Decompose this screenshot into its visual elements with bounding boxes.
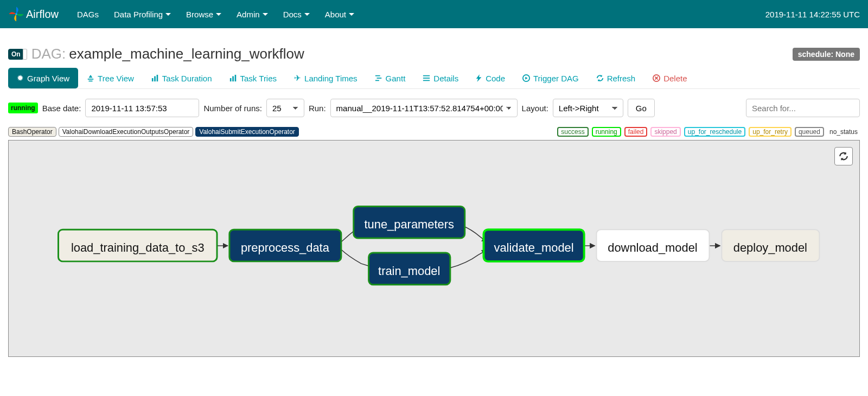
tab-label: Tree View — [98, 74, 134, 83]
bar-chart-icon — [229, 74, 237, 82]
task-label: load_training_data_to_s3 — [71, 241, 205, 254]
bolt-icon — [476, 74, 482, 82]
bar-chart-icon — [151, 74, 159, 82]
gantt-icon — [375, 74, 382, 82]
svg-rect-12 — [423, 80, 430, 81]
plane-icon: ✈ — [294, 73, 301, 83]
svg-rect-8 — [376, 78, 381, 79]
base-date-input[interactable] — [85, 99, 199, 117]
task-label: preprocess_data — [241, 241, 330, 254]
svg-rect-4 — [229, 78, 231, 81]
dag-toggle[interactable]: On — [8, 49, 24, 60]
svg-rect-9 — [375, 80, 379, 81]
state-success[interactable]: success — [557, 127, 588, 137]
nav-browse[interactable]: Browse — [178, 10, 229, 19]
pinwheel-icon — [8, 6, 26, 22]
nav-dags[interactable]: DAGs — [69, 10, 106, 19]
num-runs-select[interactable]: 25 — [266, 99, 304, 117]
clock: 2019-11-11 14:22:55 UTC — [765, 10, 860, 19]
state-up-for-retry[interactable]: up_for_retry — [749, 127, 792, 137]
svg-rect-6 — [234, 75, 236, 81]
svg-point-0 — [15, 13, 17, 15]
nav-admin[interactable]: Admin — [229, 10, 276, 19]
tree-icon — [87, 74, 94, 82]
svg-rect-11 — [423, 78, 430, 79]
tab-label: Trigger DAG — [533, 74, 579, 83]
chevron-down-icon — [165, 13, 171, 16]
list-icon — [423, 74, 430, 82]
tab-label: Task Tries — [240, 74, 277, 83]
task-node-validate-model[interactable]: validate_model — [484, 229, 584, 261]
num-runs-label: Number of runs: — [203, 104, 262, 113]
nav-about[interactable]: About — [317, 10, 362, 19]
tabs: ✹ Graph View Tree View Task Duration Tas… — [8, 68, 860, 89]
tab-task-duration[interactable]: Task Duration — [143, 68, 221, 88]
nav-label: About — [325, 10, 346, 19]
tab-tree-view[interactable]: Tree View — [78, 68, 143, 88]
toggle-handle[interactable] — [23, 49, 27, 60]
tab-label: Gantt — [386, 74, 406, 83]
run-label: Run: — [309, 104, 326, 113]
task-node-load-training-data-to-s3[interactable]: load_training_data_to_s3 — [58, 229, 217, 261]
dag-label: DAG: — [31, 46, 66, 62]
operator-submit[interactable]: ValohaiSubmitExecutionOperator — [195, 127, 299, 137]
chevron-down-icon — [216, 13, 221, 16]
navbar: Airflow DAGs Data Profiling Browse Admin… — [0, 0, 868, 28]
base-date-label: Base date: — [42, 104, 81, 113]
brand[interactable]: Airflow — [8, 6, 59, 22]
nav-docs[interactable]: Docs — [276, 10, 317, 19]
sun-icon: ✹ — [17, 73, 24, 83]
graph-refresh-button[interactable] — [834, 147, 853, 165]
tab-delete[interactable]: Delete — [644, 68, 695, 88]
tab-label: Code — [486, 74, 505, 83]
search-input[interactable] — [746, 99, 860, 117]
svg-rect-3 — [156, 75, 158, 81]
tab-details[interactable]: Details — [414, 68, 467, 88]
nav-label: DAGs — [77, 10, 99, 19]
nav-label: Browse — [186, 10, 213, 19]
operator-bash[interactable]: BashOperator — [8, 127, 56, 137]
brand-text: Airflow — [26, 8, 59, 21]
state-failed[interactable]: failed — [624, 127, 648, 137]
tab-label: Refresh — [607, 74, 636, 83]
layout-select[interactable]: Left->Right — [553, 99, 623, 117]
graph-canvas[interactable]: load_training_data_to_s3 preprocess_data… — [8, 140, 860, 357]
task-node-deploy-model[interactable]: deploy_model — [722, 229, 819, 261]
svg-rect-2 — [154, 76, 156, 82]
tab-code[interactable]: Code — [467, 68, 514, 88]
tab-refresh[interactable]: Refresh — [588, 68, 644, 88]
svg-rect-5 — [232, 76, 234, 82]
state-skipped[interactable]: skipped — [650, 127, 680, 137]
tab-label: Delete — [663, 74, 687, 83]
task-label: train_model — [378, 264, 440, 278]
tab-label: Task Duration — [162, 74, 212, 83]
run-select[interactable]: manual__2019-11-11T13:57:52.814754+00:00 — [330, 99, 518, 117]
task-node-train-model[interactable]: train_model — [369, 253, 450, 285]
task-label: deploy_model — [733, 241, 807, 254]
nav-label: Docs — [283, 10, 302, 19]
tab-landing-times[interactable]: ✈ Landing Times — [285, 68, 366, 88]
tab-label: Graph View — [27, 74, 69, 83]
go-button[interactable]: Go — [628, 99, 655, 117]
title-row: On DAG: example_machine_learning_workflo… — [8, 46, 860, 62]
state-no-status[interactable]: no_status — [827, 128, 860, 136]
state-running[interactable]: running — [592, 127, 621, 137]
tab-trigger-dag[interactable]: Trigger DAG — [514, 68, 588, 88]
tab-graph-view[interactable]: ✹ Graph View — [8, 68, 78, 88]
filter-row: running Base date: Number of runs: 25 Ru… — [8, 99, 860, 117]
legend-row: BashOperator ValohaiDownloadExecutionOut… — [8, 127, 860, 137]
refresh-icon — [839, 151, 848, 161]
tab-gantt[interactable]: Gantt — [366, 68, 414, 88]
task-node-download-model[interactable]: download_model — [596, 229, 709, 261]
state-up-for-reschedule[interactable]: up_for_reschedule — [684, 127, 745, 137]
chevron-down-icon — [304, 13, 310, 16]
task-node-tune-parameters[interactable]: tune_parameters — [354, 206, 465, 238]
nav-data-profiling[interactable]: Data Profiling — [106, 10, 178, 19]
operator-download[interactable]: ValohaiDownloadExecutionOutputsOperator — [59, 127, 194, 137]
chevron-down-icon — [263, 13, 268, 16]
state-queued[interactable]: queued — [795, 127, 824, 137]
task-node-preprocess-data[interactable]: preprocess_data — [229, 229, 341, 261]
tab-task-tries[interactable]: Task Tries — [221, 68, 286, 88]
state-legend: success running failed skipped up_for_re… — [557, 127, 860, 137]
dag-name: example_machine_learning_workflow — [69, 46, 304, 62]
